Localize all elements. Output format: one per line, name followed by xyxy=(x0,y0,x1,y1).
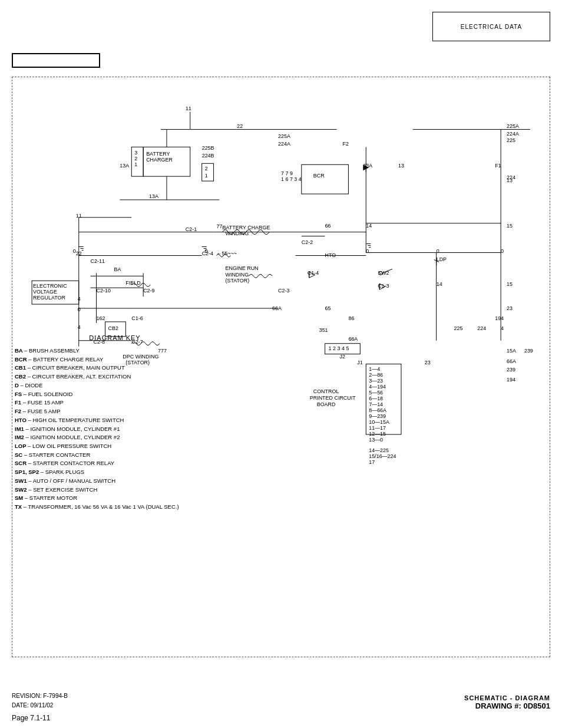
title-box xyxy=(12,53,100,68)
svg-text:225: 225 xyxy=(507,137,515,143)
schematic-label: SCHEMATIC - DIAGRAM xyxy=(464,694,550,701)
svg-text:225A: 225A xyxy=(507,123,519,129)
footer: REVISION: F-7994-B DATE: 09/11/02 SCHEMA… xyxy=(12,691,550,710)
page-number: Page 7.1-11 xyxy=(12,714,50,722)
svg-text:225B: 225B xyxy=(202,145,214,151)
svg-text:0: 0 xyxy=(501,248,504,254)
footer-left: REVISION: F-7994-B DATE: 09/11/02 xyxy=(12,691,68,710)
svg-text:CHARGER: CHARGER xyxy=(146,157,173,163)
diagram-key-title: DIAGRAM KEY xyxy=(15,333,215,343)
svg-text:224: 224 xyxy=(477,325,486,331)
svg-text:239: 239 xyxy=(507,367,515,373)
svg-text:7  7  9: 7 7 9 xyxy=(281,170,293,176)
svg-text:4: 4 xyxy=(78,296,81,302)
svg-text:C2-11: C2-11 xyxy=(91,258,105,264)
svg-text:0: 0 xyxy=(366,248,369,254)
svg-text:C2-9: C2-9 xyxy=(143,288,154,294)
svg-text:3: 3 xyxy=(134,150,137,156)
svg-text:0: 0 xyxy=(437,248,439,254)
svg-text:4: 4 xyxy=(78,324,81,330)
date-label: DATE: 09/11/02 xyxy=(12,701,68,710)
svg-text:10—15A: 10—15A xyxy=(369,419,389,425)
svg-text:2: 2 xyxy=(134,156,137,162)
svg-text:15A: 15A xyxy=(507,348,516,354)
svg-text:11—17: 11—17 xyxy=(369,425,386,431)
svg-text:←55~~~: ←55~~~ xyxy=(217,251,237,256)
svg-text:4: 4 xyxy=(501,325,504,331)
svg-text:23: 23 xyxy=(507,305,513,311)
electrical-data-header: ELECTRICAL DATA xyxy=(432,12,550,41)
svg-rect-26 xyxy=(302,164,349,194)
svg-text:J2: J2 xyxy=(340,354,345,360)
svg-text:9—239: 9—239 xyxy=(369,413,386,419)
svg-text:225A: 225A xyxy=(278,133,290,139)
svg-text:162: 162 xyxy=(97,315,105,321)
svg-text:BOARD: BOARD xyxy=(317,401,336,407)
svg-text:3—23: 3—23 xyxy=(369,378,383,384)
svg-text:WINDING: WINDING xyxy=(225,272,249,278)
svg-text:7—14: 7—14 xyxy=(369,401,383,407)
svg-text:F1: F1 xyxy=(495,163,501,169)
svg-text:66A: 66A xyxy=(348,336,358,342)
svg-text:2: 2 xyxy=(205,166,208,172)
svg-text:PRINTED CIRCUIT: PRINTED CIRCUIT xyxy=(310,395,356,401)
key-item: FS – FUEL SOLENOID xyxy=(15,390,215,399)
svg-text:13: 13 xyxy=(507,177,513,183)
svg-text:CB2: CB2 xyxy=(108,325,118,331)
svg-text:194: 194 xyxy=(507,377,515,383)
key-item: SP1, SP2 – SPARK PLUGS xyxy=(15,468,215,477)
svg-text:C1-6: C1-6 xyxy=(131,315,143,321)
key-item: F2 – FUSE 5 AMP xyxy=(15,407,215,416)
key-item: TX – TRANSFORMER, 16 Vac 56 VA & 16 Vac … xyxy=(15,503,215,512)
key-item: IM2 – IGNITION MODULE, CYLINDER #2 xyxy=(15,433,215,442)
header-label: ELECTRICAL DATA xyxy=(461,24,522,30)
key-item: SM – STARTER MOTOR xyxy=(15,494,215,503)
svg-text:351: 351 xyxy=(319,327,328,333)
key-item: SW2 – SET EXERCISE SWITCH xyxy=(15,486,215,495)
drawing-number: DRAWING #: 0D8501 xyxy=(464,701,550,710)
svg-text:C2-3: C2-3 xyxy=(278,288,289,294)
footer-right: SCHEMATIC - DIAGRAM DRAWING #: 0D8501 xyxy=(464,694,550,710)
svg-text:(STATOR): (STATOR) xyxy=(225,278,249,284)
key-item: CB2 – CIRCUIT BREAKER, ALT. EXCITATION xyxy=(15,373,215,381)
svg-text:8—66A: 8—66A xyxy=(369,407,386,413)
key-item: LOP – LOW OIL PRESSURE SWITCH xyxy=(15,442,215,451)
svg-text:F2: F2 xyxy=(342,141,348,147)
svg-text:239: 239 xyxy=(524,348,533,354)
svg-text:224B: 224B xyxy=(202,153,214,159)
svg-text:1—4: 1—4 xyxy=(369,366,380,372)
svg-text:BA: BA xyxy=(114,266,121,272)
svg-text:13A: 13A xyxy=(149,193,158,199)
svg-text:BATTERY: BATTERY xyxy=(146,151,170,157)
svg-text:13A: 13A xyxy=(120,163,129,169)
key-item: SC – STARTER CONTACTER xyxy=(15,451,215,460)
svg-text:5—56: 5—56 xyxy=(369,390,383,396)
svg-text:4—194: 4—194 xyxy=(369,384,386,390)
svg-text:BATTERY CHARGE: BATTERY CHARGE xyxy=(223,225,270,230)
svg-text:65: 65 xyxy=(325,305,331,311)
revision-label: REVISION: F-7994-B xyxy=(12,691,68,701)
diagram-key-items: BA – BRUSH ASSEMBLYBCR – BATTERY CHARGE … xyxy=(15,347,215,512)
svg-text:15: 15 xyxy=(507,223,513,229)
key-item: CB1 – CIRCUIT BREAKER, MAIN OUTPUT xyxy=(15,364,215,373)
svg-text:2—86: 2—86 xyxy=(369,372,383,378)
svg-text:J1: J1 xyxy=(357,360,362,365)
svg-text:23: 23 xyxy=(425,360,431,365)
svg-text:77: 77 xyxy=(217,223,223,229)
key-item: HTO – HIGH OIL TEMPERATURE SWITCH xyxy=(15,416,215,425)
svg-text:66A: 66A xyxy=(507,358,516,364)
svg-text:C2-10: C2-10 xyxy=(97,288,111,294)
svg-text:REGULATOR: REGULATOR xyxy=(33,295,65,301)
svg-text:14: 14 xyxy=(437,281,442,287)
svg-text:12—15: 12—15 xyxy=(369,431,386,437)
svg-text:14—225: 14—225 xyxy=(369,447,389,453)
key-item: IM1 – IGNITION MODULE, CYLINDER #1 xyxy=(15,425,215,434)
svg-text:CONTROL: CONTROL xyxy=(313,388,339,394)
svg-text:VOLTAGE: VOLTAGE xyxy=(33,289,57,295)
key-item: D – DIODE xyxy=(15,381,215,390)
svg-text:11: 11 xyxy=(186,106,191,111)
svg-text:C2-1: C2-1 xyxy=(186,226,197,232)
svg-text:0: 0 xyxy=(73,248,76,254)
svg-text:225: 225 xyxy=(454,325,463,331)
svg-text:ELECTRONIC: ELECTRONIC xyxy=(33,283,67,289)
